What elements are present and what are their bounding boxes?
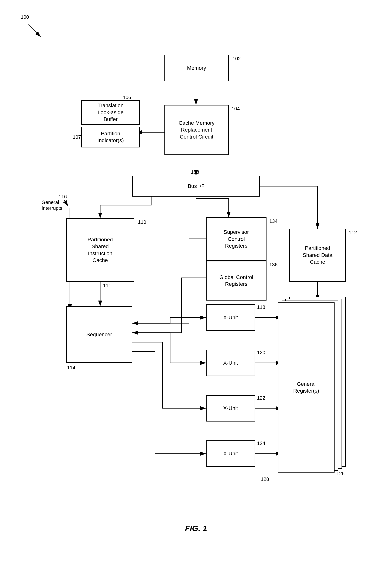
label-general-interrupts: GeneralInterrupts — [42, 199, 62, 211]
ref-136: 136 — [269, 262, 278, 268]
box-tlb: TranslationLook-asideBuffer — [81, 100, 140, 125]
box-supervisor: SupervisorControlRegisters — [206, 217, 266, 261]
ref-124: 124 — [257, 440, 265, 446]
box-gen-reg-1: GeneralRegister(s) — [278, 303, 335, 472]
box-xunit-118: X-Unit — [206, 304, 255, 331]
diagram-container: 100 Memory 102 Cache MemoryReplacementCo… — [0, 0, 392, 548]
box-bus-if: Bus I/F — [132, 176, 260, 197]
fig-caption: FIG. 1 — [0, 524, 392, 533]
svg-line-14 — [28, 25, 41, 37]
ref-114: 114 — [67, 365, 75, 371]
ref-120: 120 — [257, 350, 265, 356]
ref-128: 128 — [261, 476, 269, 482]
ref-100: 100 — [21, 14, 29, 20]
ref-116: 116 — [59, 194, 67, 200]
box-xunit-122: X-Unit — [206, 395, 255, 421]
box-psdc: PartitionedShared DataCache — [289, 229, 346, 282]
ref-102: 102 — [233, 56, 241, 62]
ref-106: 106 — [123, 95, 131, 100]
ref-110: 110 — [138, 219, 146, 225]
ref-126: 126 — [336, 471, 345, 476]
svg-line-15 — [64, 200, 68, 206]
box-cache-circuit: Cache MemoryReplacementControl Circuit — [164, 105, 229, 155]
box-sequencer: Sequencer — [66, 306, 132, 363]
ref-111: 111 — [103, 283, 111, 289]
ref-107: 107 — [73, 134, 81, 140]
box-xunit-124: X-Unit — [206, 440, 255, 467]
box-partition-indicator: PartitionIndicator(s) — [81, 127, 140, 147]
box-global: Global ControlRegisters — [206, 261, 266, 301]
ref-134: 134 — [269, 218, 278, 224]
box-memory: Memory — [164, 55, 229, 81]
box-xunit-120: X-Unit — [206, 350, 255, 376]
box-psic: PartitionedSharedInstructionCache — [66, 218, 134, 282]
ref-112: 112 — [349, 230, 357, 236]
ref-108: 108 — [191, 169, 199, 175]
ref-104: 104 — [232, 106, 240, 112]
ref-118: 118 — [257, 304, 265, 310]
ref-122: 122 — [257, 395, 265, 401]
